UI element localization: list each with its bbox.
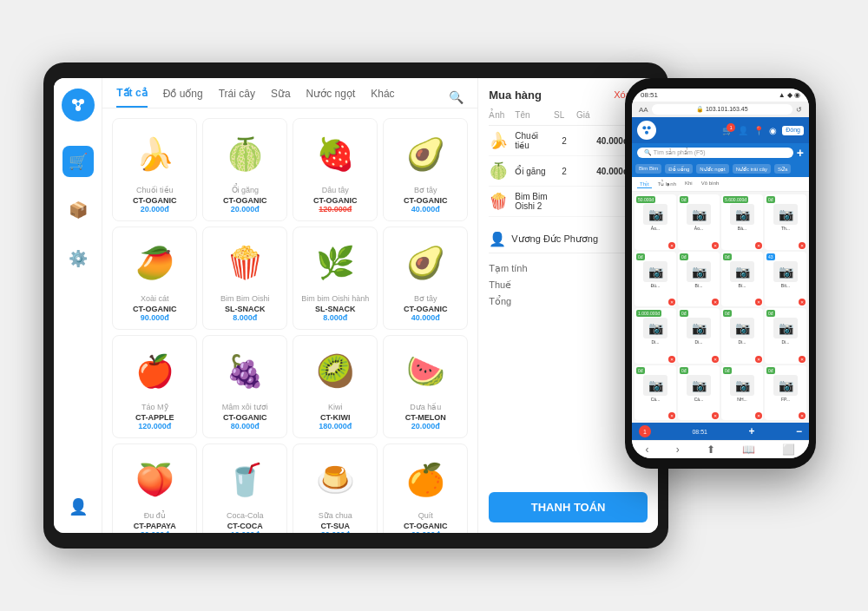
nav-back-button[interactable]: ‹ [646,443,649,456]
phone-product-card[interactable]: 0đ 📷 NH... ✕ [721,365,763,421]
phone-product-card[interactable]: 43 📷 Bít... ✕ [765,252,806,307]
phone-product-del[interactable]: ✕ [668,412,675,419]
product-card[interactable]: 🥭 Xoài cát CT-OGANIC 90.000đ [112,227,197,330]
checkout-button[interactable]: THANH TOÁN [489,492,648,522]
close-button[interactable]: Đóng [782,126,804,135]
add-icon[interactable]: + [797,146,804,160]
phone-product-card[interactable]: 0đ 📷 Di... ✕ [765,308,806,364]
phone-product-card[interactable]: 0đ 📷 Đú... ✕ [635,252,676,307]
product-code: CT-OGANIC [404,196,448,205]
phone-product-del[interactable]: ✕ [755,242,762,249]
phone-product-card[interactable]: 5.600.000đ 📷 Bà... ✕ [721,194,763,250]
phone-sub-tab-khi[interactable]: Khi [682,180,695,188]
product-card[interactable]: 🍑 Đu đủ CT-PAPAYA 20.000đ [112,443,197,533]
phone-product-del[interactable]: ✕ [799,412,806,419]
phone-product-del[interactable]: ✕ [755,356,762,363]
phone-cat-bimbim[interactable]: Bim Bim [635,164,661,174]
product-card[interactable]: 🌿 Bim bim Oishi hành SL-SNACK 8.000đ [293,227,378,330]
tab-traicay[interactable]: Trái cây [219,88,255,107]
phone-sub-tab-thit[interactable]: Thịt [637,180,652,188]
phone-product-card[interactable]: 0đ 📷 Cà... ✕ [635,365,676,421]
cart-item-name: Bim Bim Oishi 2 [515,192,552,211]
product-card[interactable]: 🍈 Ổi găng CT-OGANIC 20.000đ [202,118,287,221]
phone-product-del[interactable]: ✕ [755,299,762,306]
phone-price-badge: 50.000đ [636,196,655,203]
product-card[interactable]: 🍓 Dâu tây CT-OGANIC 120.000đ [293,118,378,221]
sidebar-settings-icon[interactable]: ⚙️ [62,243,94,274]
phone-product-del[interactable]: ✕ [668,299,675,306]
nav-forward-button[interactable]: › [676,443,680,456]
tab-tatca[interactable]: Tất cả [116,87,147,108]
plus-icon[interactable]: + [748,425,754,437]
product-card[interactable]: 🍊 Quít CT-OGANIC 60.000đ [383,443,468,533]
bottom-time: 08:51 [692,429,707,435]
cart-icon[interactable]: 🛒 1 [722,126,733,135]
product-card[interactable]: 🍇 Mâm xôi tươi CT-OGANIC 80.000đ [202,335,287,438]
phone-product-del[interactable]: ✕ [712,299,719,306]
browser-url[interactable]: 🔒 103.101.163.45 [652,104,792,115]
product-card[interactable]: 🍉 Dưa hấu CT-MELON 20.000đ [383,335,468,438]
product-card[interactable]: 🍿 Bim Bim Oishi SL-SNACK 8.000đ [202,227,287,330]
phone-cat-nuoctraicay[interactable]: Nước trái cây [733,164,771,174]
phone-sub-tab-vobinh[interactable]: Vô bình [699,180,722,188]
phone-price-badge: 0đ [636,253,645,260]
phone-product-card[interactable]: 50.000đ 📷 Áo... ✕ [635,194,676,250]
tab-nuocngot[interactable]: Nước ngọt [306,88,356,107]
tab-sua[interactable]: Sữa [271,88,291,107]
phone-product-card[interactable]: 0đ 📷 Áo... ✕ [678,194,720,250]
phone-nav-icons: 🛒 1 👤 📍 ◉ Đóng [722,126,804,135]
phone-product-name: Bà... [723,226,761,231]
nav-tabs-button[interactable]: ⬜ [782,443,795,456]
sidebar-box-icon[interactable]: 📦 [62,194,94,226]
phone-product-card[interactable]: 1.000.000đ 📷 Di... ✕ [635,308,676,364]
product-card[interactable]: 🥑 Bơ tây CT-OGANIC 40.000đ [383,118,468,221]
product-card[interactable]: 🍎 Táo Mỹ CT-APPLE 120.000đ [112,335,197,438]
phone-product-name: Bí... [680,283,718,288]
sidebar-cart-icon[interactable]: 🛒 [62,146,94,177]
minus-icon[interactable]: − [796,425,802,437]
sidebar-user-icon[interactable]: 👤 [62,491,94,522]
cart-totals: Tạm tính Thuế Tổng [489,260,648,310]
phone-cat-nuocngot[interactable]: Nước ngọt [696,164,728,174]
product-card[interactable]: 🥤 Coca-Cola CT-COCA 10.000đ [202,443,287,533]
phone-product-del[interactable]: ✕ [799,242,806,249]
user-icon[interactable]: 👤 [738,126,748,135]
phone-price-badge: 0đ [680,196,688,203]
phone-product-card[interactable]: 0đ 📷 Th... ✕ [765,194,806,250]
phone-sub-tab-tulạnh[interactable]: Tủ lạnh [655,180,679,188]
phone-screen: 08:51 ▲ ◆ ◉ AA 🔒 103.101.163.45 ↺ [632,89,809,458]
cart-item-name: Chuối tiều [515,131,552,150]
phone-product-card[interactable]: 0đ 📷 Bí... ✕ [721,252,763,307]
tab-douong[interactable]: Đồ uống [163,88,203,107]
product-card[interactable]: 🥝 Kiwi CT-KIWI 180.000đ [293,335,378,438]
phone-product-card[interactable]: 0đ 📷 Bí... ✕ [678,252,720,307]
erp-icon[interactable]: 📍 [753,126,764,135]
phone-search-input[interactable]: 🔍 Tìm sản phẩm (F5) [637,148,793,158]
phone-product-del[interactable]: ✕ [668,356,675,363]
phone-cat-douong[interactable]: Đồ uống [665,164,693,174]
phone-product-del[interactable]: ✕ [799,299,806,306]
product-code: CT-PAPAYA [134,522,176,530]
phone-product-card[interactable]: 0đ 📷 Di... ✕ [678,308,720,364]
browser-refresh-icon[interactable]: ↺ [796,106,802,114]
search-icon[interactable]: 🔍 [449,90,464,104]
nav-share-button[interactable]: ⬆ [707,443,715,456]
product-card[interactable]: 🥑 Bơ tây CT-OGANIC 40.000đ [383,227,468,330]
phone-product-card[interactable]: 0đ 📷 FP... ✕ [765,365,806,421]
product-name: Chuối tiều [136,186,174,194]
phone-product-del[interactable]: ✕ [799,356,806,363]
phone-product-del[interactable]: ✕ [712,356,719,363]
product-card[interactable]: 🍌 Chuối tiều CT-OGANIC 20.000đ [112,118,197,221]
phone-cat-sua[interactable]: Sữa [774,164,791,174]
phone-product-card[interactable]: 0đ 📷 Cà... ✕ [678,365,720,421]
phone-product-del[interactable]: ✕ [755,412,762,419]
phone-product-del[interactable]: ✕ [712,242,719,249]
tab-khac[interactable]: Khác [371,88,394,107]
phone-product-card[interactable]: 0đ 📷 Di... ✕ [721,308,763,364]
product-code: CT-APPLE [135,413,174,422]
product-card[interactable]: 🍮 Sữa chua CT-SUA 20.000đ [293,443,378,533]
phone-product-del[interactable]: ✕ [712,412,719,419]
phone-product-del[interactable]: ✕ [668,242,675,249]
product-image: 🍑 [120,451,189,508]
nav-bookmarks-button[interactable]: 📖 [742,443,755,456]
